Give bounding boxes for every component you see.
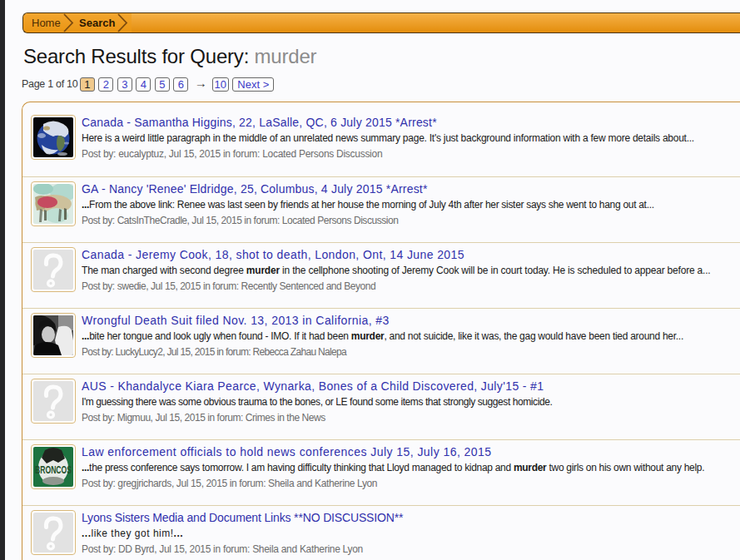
svg-text:BRONCOS: BRONCOS <box>35 464 72 476</box>
